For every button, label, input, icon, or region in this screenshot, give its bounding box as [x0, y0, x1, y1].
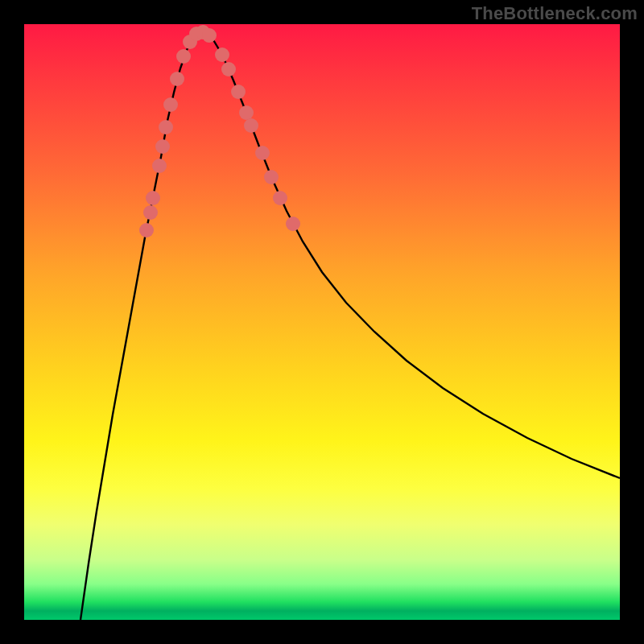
bead-right-2	[231, 85, 246, 99]
watermark-text: TheBottleneck.com	[472, 3, 638, 24]
bead-right-8	[286, 217, 300, 231]
bead-right-6	[264, 170, 279, 184]
plot-frame	[24, 24, 620, 620]
bead-right-0	[215, 47, 229, 62]
bead-left-2	[146, 191, 160, 205]
bead-right-1	[221, 62, 236, 76]
bead-left-0	[139, 223, 154, 237]
bead-left-1	[143, 205, 158, 220]
bead-left-8	[176, 49, 191, 64]
bottleneck-curve	[80, 32, 620, 620]
bead-left-6	[163, 97, 178, 112]
bead-bottom-3	[202, 28, 217, 43]
bead-left-7	[170, 72, 184, 86]
bead-right-7	[273, 191, 287, 205]
bead-left-5	[159, 120, 173, 134]
bead-right-3	[239, 105, 254, 120]
bead-right-5	[255, 146, 270, 160]
bead-right-4	[244, 118, 258, 133]
bead-left-4	[155, 139, 170, 154]
bottleneck-curve-svg	[24, 24, 620, 620]
bead-left-3	[152, 159, 167, 173]
data-beads-group	[139, 25, 300, 237]
